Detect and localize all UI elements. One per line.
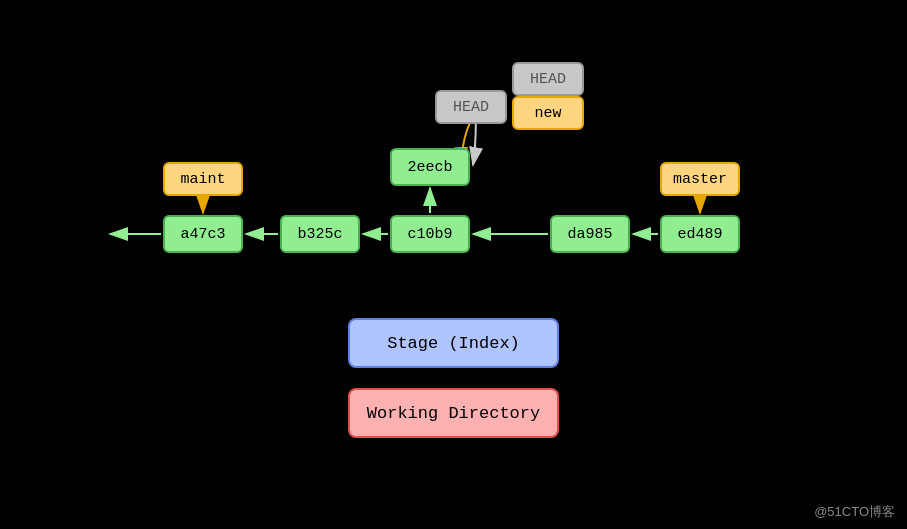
stage-box: Stage (Index)	[348, 318, 559, 368]
label-new: new	[512, 96, 584, 130]
label-head-top: HEAD	[512, 62, 584, 96]
commit-da985: da985	[550, 215, 630, 253]
label-head-gray: HEAD	[435, 90, 507, 124]
working-directory-box: Working Directory	[348, 388, 559, 438]
diagram-container: 2eecb c10b9 da985 ed489 b325c a47c3 main…	[0, 0, 907, 529]
commit-c10b9: c10b9	[390, 215, 470, 253]
label-maint: maint	[163, 162, 243, 196]
watermark: @51CTO博客	[814, 503, 895, 521]
commit-b325c: b325c	[280, 215, 360, 253]
label-master: master	[660, 162, 740, 196]
commit-2eecb: 2eecb	[390, 148, 470, 186]
commit-a47c3: a47c3	[163, 215, 243, 253]
arrows-svg	[0, 0, 907, 529]
commit-ed489: ed489	[660, 215, 740, 253]
